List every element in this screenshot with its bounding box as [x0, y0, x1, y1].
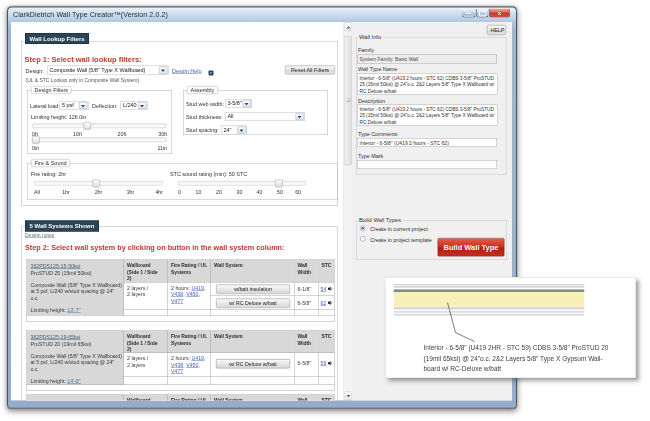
wall-system-cell: w/ RC Deluxe w/batt — [211, 296, 295, 310]
type-mark-label: Type Mark — [358, 153, 383, 159]
fire-tick-0: All — [34, 189, 40, 195]
product-name: ProSTUD 20 (19mil 65ksi) — [31, 341, 92, 347]
design-filters-label: Design Filters — [31, 86, 72, 94]
stc-link[interactable]: 54 — [321, 286, 327, 292]
inch-slider-track[interactable] — [32, 138, 167, 143]
inch-tick-0: 0in — [32, 145, 39, 151]
description-field[interactable]: Interior - 6-5/8" (U419 2 hours - STC 62… — [357, 105, 498, 126]
wall-width-cell: 6-5/8" — [294, 296, 318, 310]
model-link[interactable]: 362PDS125-15-50ksi — [31, 263, 81, 269]
stage: ClarkDietrich Wall Type Creator™(Version… — [0, 0, 650, 421]
vertical-scrollbar[interactable] — [343, 22, 352, 401]
fire-rating-cell: 2 hours: U419, V438, V450, V477 — [168, 282, 211, 310]
fire-tick-4: 4hr — [155, 189, 163, 195]
wall-system-cell: w/ RC Deluxe w/batt — [211, 353, 295, 377]
minimize-button[interactable] — [462, 9, 476, 18]
height-slider-track[interactable] — [32, 124, 167, 129]
stc-link[interactable]: 59 — [321, 360, 327, 366]
type-comments-field[interactable]: Interior - 6-5/8" (U419 2 hours - STC 62… — [357, 138, 497, 147]
stud-spacing-select[interactable]: 24" — [221, 126, 247, 135]
design-select-arrow-icon[interactable] — [159, 67, 168, 75]
design-notes-link[interactable]: Design notes — [25, 233, 54, 239]
wall-system-button[interactable]: w/ RC Deluxe w/batt — [216, 299, 290, 309]
fire-slider-thumb[interactable] — [93, 180, 101, 188]
window-title: ClarkDietrich Wall Type Creator™(Version… — [13, 11, 168, 19]
reset-all-filters-button[interactable]: Reset All Filters — [285, 66, 335, 75]
stc-tick-4: 40 — [257, 189, 263, 195]
scroll-up-icon — [347, 26, 351, 29]
lateral-load-label: Lateral load: — [30, 103, 60, 109]
wall-system-block-3: Wallboard (Side 1 / Side 2) Fire Rating … — [26, 394, 335, 401]
col-header-system: Wall System — [211, 330, 295, 353]
radio-create-current-label[interactable]: Create in current project — [370, 226, 428, 232]
deflection-select[interactable]: L/240 — [121, 101, 148, 110]
stud-spacing-arrow-icon[interactable] — [238, 127, 247, 134]
scrollbar-thumb[interactable] — [344, 36, 352, 165]
help-button[interactable]: HELP — [487, 25, 506, 35]
inch-slider-thumb[interactable] — [32, 136, 40, 144]
model-link[interactable]: 362PDS125-19-65ksi — [31, 334, 81, 340]
type-mark-field[interactable] — [357, 160, 497, 169]
scrollbar-up-button[interactable] — [344, 23, 352, 32]
col-header-stc: STC — [318, 330, 334, 353]
radio-create-template[interactable] — [360, 236, 366, 242]
lateral-load-value: 5 psf — [60, 102, 79, 110]
stc-link[interactable]: 62 — [321, 300, 327, 306]
ul-link-v450[interactable]: V450 — [186, 362, 198, 368]
ul-link-u419[interactable]: U419 — [191, 285, 204, 291]
stc-slider-track[interactable] — [178, 181, 306, 186]
deflection-arrow-icon[interactable] — [138, 102, 147, 109]
ul-link-v477[interactable]: V477 — [171, 298, 183, 304]
wall-type-cell: 362PDS125-15-50ksi ProSTUD 25 (15mil 50k… — [26, 259, 124, 315]
stc-slider-thumb[interactable] — [275, 180, 283, 188]
stud-web-width-value: 3-5/8" — [226, 100, 243, 108]
stc-tick-3: 30 — [237, 189, 243, 195]
callout-text: Interior - 6-5/8" (U419 2HR - STC 59) CD… — [424, 343, 634, 374]
spacer-cell — [211, 377, 295, 385]
wall-system-button[interactable]: w/ RC Deluxe w/batt — [216, 359, 290, 369]
stud-thickness-arrow-icon[interactable] — [296, 113, 305, 120]
col-header-wallboard-text: Wallboard (Side 1 / Side 2) — [127, 333, 159, 353]
stud-thickness-select[interactable]: All — [225, 112, 305, 121]
ul-link-v438[interactable]: V438 — [171, 362, 183, 368]
stud-web-width-arrow-icon[interactable] — [243, 100, 252, 107]
ul-link-v477[interactable]: V477 — [171, 368, 183, 374]
wallboard-text: 2 layers / 2 layers — [127, 285, 152, 298]
separator: , — [204, 285, 205, 291]
maximize-button[interactable] — [476, 9, 489, 18]
design-help-icon[interactable] — [209, 71, 214, 76]
close-button[interactable]: x — [489, 9, 510, 18]
ul-link-v450[interactable]: V450 — [186, 291, 198, 297]
step1-heading: Step 1: Select wall lookup filters: — [25, 55, 142, 64]
lateral-load-arrow-icon[interactable] — [79, 102, 88, 109]
col-header-stc: STC — [318, 259, 334, 282]
maximize-icon — [479, 11, 487, 17]
build-wall-type-button[interactable]: Build Wall Type — [438, 238, 505, 257]
scrollbar-down-button[interactable] — [344, 392, 352, 401]
scrollbar-grip-icon — [347, 99, 351, 100]
scroll-down-icon — [347, 395, 351, 398]
stud-thickness-value: All — [226, 113, 296, 121]
window-controls: x — [461, 9, 510, 18]
fire-tick-3: 3hr — [127, 189, 135, 195]
wall-system-button[interactable]: w/batt insulation — [216, 285, 290, 295]
separator: , — [204, 355, 205, 361]
limiting-height-link[interactable]: 13'-7" — [67, 307, 80, 313]
wallboard-cell: 2 layers / 2 layers — [124, 282, 168, 310]
wall-type-name-field[interactable]: Interior - 6-5/8" (U419 2 hours - STC 62… — [357, 74, 498, 95]
spacer-cell — [168, 377, 211, 385]
limiting-height-link[interactable]: 14'-8" — [67, 378, 80, 384]
radio-create-current[interactable] — [360, 226, 366, 232]
wall-type-name-label: Wall Type Name — [358, 66, 397, 72]
design-help-link[interactable]: Design Help — [172, 68, 201, 74]
ul-link-u419[interactable]: U419 — [191, 355, 204, 361]
radio-create-template-label[interactable]: Create in project template — [370, 237, 432, 243]
wall-lookup-filters-label: Wall Lookup Filters — [25, 33, 89, 44]
stud-web-width-select[interactable]: 3-5/8" — [225, 99, 252, 108]
wall-type-cell — [26, 394, 124, 400]
ul-link-v438[interactable]: V438 — [171, 291, 183, 297]
stc-cell: 59 — [318, 353, 334, 377]
design-select[interactable]: Composite Wall (5/8" Type X Wallboard) — [47, 66, 169, 76]
lateral-load-select[interactable]: 5 psf — [60, 101, 89, 110]
height-slider-thumb[interactable] — [84, 122, 92, 130]
